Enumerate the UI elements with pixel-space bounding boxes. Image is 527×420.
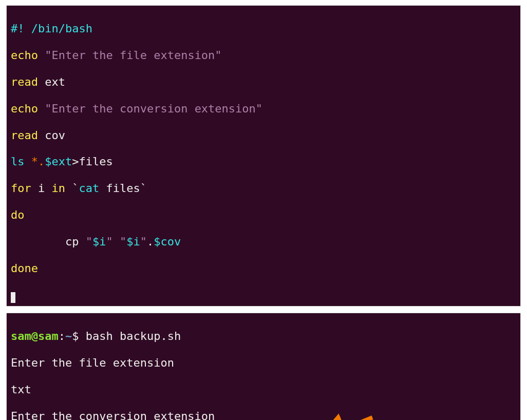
script-line-read2: read cov [11,129,516,142]
script-line-shebang: #! /bin/bash [11,22,516,35]
echo-cmd: echo [11,102,45,115]
typed-command: bash backup.sh [86,330,181,342]
in-kw: in [52,182,66,195]
script-line-echo1: echo "Enter the file extension" [11,49,516,62]
cp-var: $i [92,235,106,248]
read-arg: cov [45,129,65,142]
cp-sp [113,235,120,248]
cp-q: " [120,235,126,248]
ls-target: files [79,155,112,168]
cat-arg: files [99,182,140,195]
script-line-done: done [11,262,516,275]
backtick-open: ` [65,182,79,195]
ls-redir: > [72,155,79,168]
cat-cmd: cat [79,182,100,195]
script-editor-panel: #! /bin/bash echo "Enter the file extens… [6,5,521,307]
backtick-close: ` [140,182,147,195]
do-kw: do [11,208,25,221]
echo-string: "Enter the file extension" [45,49,221,62]
terminal-output: Enter the conversion extension [11,410,516,420]
terminal-line: sam@sam:~$ bash backup.sh [11,330,516,343]
done-kw: done [11,262,38,275]
script-line-do: do [11,208,516,222]
terminal-output: Enter the file extension [11,356,516,370]
echo-string: "Enter the conversion extension" [45,102,262,115]
script-line-cp: cp "$i" "$i".$cov [11,235,516,249]
script-line-echo2: echo "Enter the conversion extension" [11,102,516,116]
cp-q: " [106,235,112,248]
terminal-input: txt [11,383,516,396]
for-var: i [31,182,52,195]
echo-cmd: echo [11,49,45,62]
read-cmd: read [11,75,45,88]
cp-q: " [140,235,147,248]
cp-var: $cov [154,235,181,248]
ls-var: $ext [45,155,72,168]
prompt-user: sam@sam [11,330,59,342]
terminal-panel[interactable]: sam@sam:~$ bash backup.sh Enter the file… [6,313,521,420]
cp-q: " [86,235,92,248]
read-arg: ext [45,75,65,88]
cp-indent: cp [11,235,86,248]
read-cmd: read [11,129,45,142]
script-line-read1: read ext [11,75,516,89]
cp-dot: . [147,235,154,248]
prompt-dollar: $ [72,330,86,342]
ls-cmd: ls [11,155,31,168]
for-kw: for [11,182,31,195]
shebang-path: /bin/bash [31,22,92,35]
prompt-path: ~ [65,330,72,342]
script-line-ls: ls *.$ext>files [11,155,516,168]
script-line-for: for i in `cat files` [11,182,516,195]
cp-var: $i [126,235,140,248]
prompt-sep: : [59,330,65,342]
ls-glob: *. [31,155,45,168]
shebang-marker: #! [11,22,31,35]
editor-cursor [11,292,15,303]
